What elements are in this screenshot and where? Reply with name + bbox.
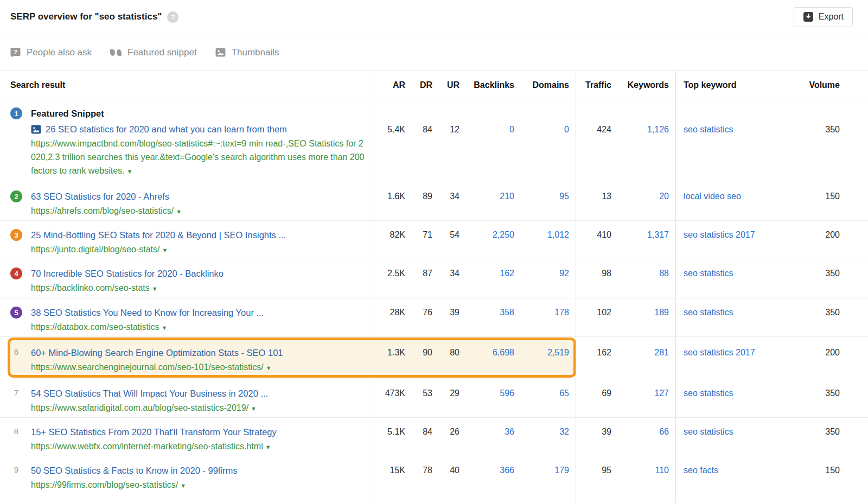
ur-cell: 34 [432, 259, 459, 298]
backlinks-link[interactable]: 366 [459, 456, 514, 503]
feature-label: Thumbnails [232, 47, 279, 58]
traffic-cell: 424 [576, 99, 611, 182]
keywords-link[interactable]: 88 [611, 259, 676, 298]
url-expand-caret[interactable]: ▼ [266, 365, 272, 371]
backlinks-link[interactable]: 2,250 [459, 221, 514, 259]
svg-text:?: ? [14, 49, 17, 55]
ar-cell: 5.1K [374, 418, 405, 456]
keywords-link[interactable]: 1,317 [611, 221, 676, 259]
col-header-volume[interactable]: Volume [788, 71, 868, 99]
result-title-link[interactable]: 50 SEO Statistics & Facts to Know in 202… [31, 463, 238, 477]
top-keyword-link[interactable]: seo statistics 2017 [676, 337, 788, 379]
volume-cell: 350 [788, 418, 868, 456]
feature-featured-snippet[interactable]: Featured snippet [110, 47, 197, 58]
position-badge: 5 [10, 307, 22, 319]
top-keyword-link[interactable]: seo facts [676, 456, 788, 503]
domains-link[interactable]: 65 [514, 379, 576, 417]
dr-cell: 84 [405, 99, 432, 182]
col-header-domains[interactable]: Domains [514, 71, 576, 99]
top-keyword-link[interactable]: seo statistics 2017 [676, 221, 788, 259]
domains-link[interactable]: 92 [514, 259, 576, 298]
col-header-backlinks[interactable]: Backlinks [459, 71, 514, 99]
url-expand-caret[interactable]: ▼ [162, 247, 168, 253]
export-label: Export [819, 12, 844, 22]
keywords-link[interactable]: 281 [611, 337, 676, 379]
backlinks-link[interactable]: 596 [459, 379, 514, 417]
top-keyword-link[interactable]: local video seo [676, 182, 788, 220]
result-title-link[interactable]: 26 SEO statistics for 2020 and what you … [31, 122, 366, 136]
feature-thumbnails[interactable]: Thumbnails [215, 47, 279, 58]
dr-cell: 90 [405, 337, 432, 379]
col-header-dr[interactable]: DR [405, 71, 432, 99]
backlinks-link[interactable]: 0 [459, 99, 514, 182]
volume-cell: 350 [788, 99, 868, 182]
url-expand-caret[interactable]: ▼ [176, 208, 182, 215]
dr-cell: 89 [405, 182, 432, 220]
backlinks-link[interactable]: 358 [459, 298, 514, 336]
keywords-link[interactable]: 1,126 [611, 99, 676, 182]
col-header-ar[interactable]: AR [374, 71, 405, 99]
backlinks-link[interactable]: 162 [459, 259, 514, 298]
position-number: 6 [10, 347, 22, 356]
ur-cell: 54 [432, 221, 459, 259]
keywords-link[interactable]: 127 [611, 379, 676, 417]
top-keyword-link[interactable]: seo statistics [676, 379, 788, 417]
backlinks-link[interactable]: 210 [459, 182, 514, 220]
top-keyword-link[interactable]: seo statistics [676, 298, 788, 336]
domains-link[interactable]: 0 [514, 99, 576, 182]
ar-cell: 1.3K [374, 337, 405, 379]
domains-link[interactable]: 2,519 [514, 337, 576, 379]
result-title-link[interactable]: 70 Incredible SEO Statistics for 2020 - … [31, 266, 224, 281]
url-expand-caret[interactable]: ▼ [127, 168, 133, 175]
volume-cell: 350 [788, 298, 868, 336]
keywords-link[interactable]: 189 [611, 298, 676, 336]
volume-cell: 350 [788, 259, 868, 298]
col-header-ur[interactable]: UR [432, 71, 459, 99]
url-expand-caret[interactable]: ▼ [162, 324, 168, 331]
ur-cell: 80 [432, 337, 459, 379]
domains-link[interactable]: 32 [514, 418, 576, 456]
domains-link[interactable]: 1,012 [514, 221, 576, 259]
serp-overview-page: SERP overview for "seo statistics" ? Exp… [0, 0, 868, 503]
volume-cell: 150 [788, 456, 868, 503]
ur-cell: 26 [432, 418, 459, 456]
domains-link[interactable]: 178 [514, 298, 576, 336]
backlinks-link[interactable]: 36 [459, 418, 514, 456]
url-expand-caret[interactable]: ▼ [251, 405, 257, 412]
feature-label: Featured snippet [127, 47, 197, 58]
top-keyword-link[interactable]: seo statistics [676, 99, 788, 182]
col-header-traffic[interactable]: Traffic [576, 71, 611, 99]
top-keyword-link[interactable]: seo statistics [676, 259, 788, 298]
volume-cell: 350 [788, 379, 868, 417]
keywords-link[interactable]: 66 [611, 418, 676, 456]
keywords-link[interactable]: 20 [611, 182, 676, 220]
backlinks-link[interactable]: 6,698 [459, 337, 514, 379]
url-expand-caret[interactable]: ▼ [180, 482, 186, 489]
ar-cell: 2.5K [374, 259, 405, 298]
volume-cell: 150 [788, 182, 868, 220]
result-title-link[interactable]: 54 SEO Statistics That Will Impact Your … [31, 386, 268, 400]
feature-people-also-ask[interactable]: ? People also ask [10, 47, 92, 58]
traffic-cell: 95 [576, 456, 611, 503]
result-title-link[interactable]: 15+ SEO Statistics From 2020 That'll Tra… [31, 425, 277, 439]
url-expand-caret[interactable]: ▼ [152, 285, 158, 292]
domains-link[interactable]: 179 [514, 456, 576, 503]
col-header-search-result[interactable]: Search result [0, 71, 374, 99]
top-keyword-link[interactable]: seo statistics [676, 418, 788, 456]
result-title-link[interactable]: 63 SEO Statistics for 2020 - Ahrefs [31, 189, 182, 203]
keywords-link[interactable]: 110 [611, 456, 676, 503]
title-bar: SERP overview for "seo statistics" ? Exp… [0, 0, 868, 34]
result-title-link[interactable]: 25 Mind-Bottling SEO Stats for 2020 & Be… [31, 228, 286, 242]
col-header-keywords[interactable]: Keywords [611, 71, 676, 99]
ar-cell: 1.6K [374, 182, 405, 220]
thumbnail-icon [31, 124, 41, 135]
col-header-top-keyword[interactable]: Top keyword [676, 71, 788, 99]
export-button[interactable]: Export [794, 7, 853, 27]
result-title-link[interactable]: 60+ Mind-Blowing Search Engine Optimizat… [31, 346, 283, 360]
domains-link[interactable]: 95 [514, 182, 576, 220]
url-expand-caret[interactable]: ▼ [265, 444, 271, 450]
result-title-link[interactable]: 38 SEO Statistics You Need to Know for I… [31, 305, 264, 320]
dr-cell: 71 [405, 221, 432, 259]
help-icon[interactable]: ? [167, 11, 178, 23]
page-title: SERP overview for "seo statistics" [10, 11, 162, 22]
